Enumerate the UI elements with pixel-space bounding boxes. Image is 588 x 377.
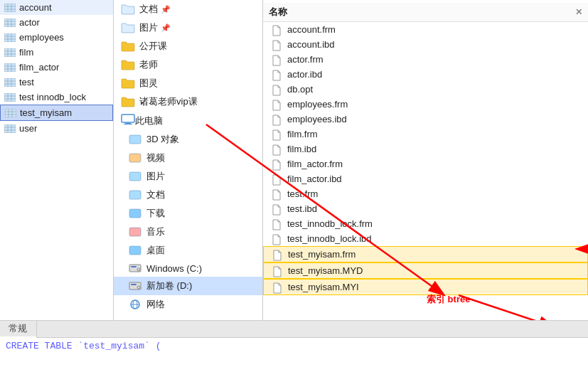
folder-icon — [121, 41, 135, 52]
file-item-film-frm[interactable]: film.frm — [263, 127, 588, 142]
svg-rect-50 — [129, 172, 141, 181]
pc-item-文档[interactable]: 文档 — [114, 186, 262, 204]
file-item-film-ibd[interactable]: film.ibd — [263, 142, 588, 156]
sql-content: CREATE TABLE `test_myisam` ( — [0, 338, 588, 377]
file-item-db-opt[interactable]: db.opt — [263, 82, 588, 97]
quick-access-list: 文档📌 图片📌 公开课 老师 图灵 诸葛老师vip课 — [114, 0, 262, 111]
pc-item-新加卷-(D:)[interactable]: 新加卷 (D:) — [114, 277, 262, 295]
bottom-panel: 常规DDL CREATE TABLE `test_myisam` ( — [0, 320, 588, 377]
svg-rect-53 — [129, 228, 141, 236]
file-name-label: test_myisam.MYD — [288, 265, 363, 276]
table-icon — [4, 18, 16, 27]
folder-icon — [121, 59, 135, 70]
pc-item-label: Windows (C:) — [146, 263, 202, 274]
table-name-label: film — [19, 47, 33, 58]
drive-icon — [128, 226, 142, 238]
table-icon — [4, 63, 16, 72]
drive-icon — [128, 245, 142, 256]
svg-rect-5 — [4, 18, 16, 27]
file-list: account.frm account.ibd actor.frm actor.… — [263, 22, 588, 295]
file-name-label: test_innodb_lock.ibd — [287, 233, 372, 244]
file-item-test_myisam-frm[interactable]: test_myisam.frm — [263, 246, 588, 262]
file-icon — [272, 234, 282, 244]
svg-rect-56 — [131, 266, 137, 267]
file-icon — [272, 129, 282, 139]
file-name-label: account.ibd — [287, 39, 335, 50]
svg-rect-10 — [4, 33, 16, 42]
file-item-account-frm[interactable]: account.frm — [263, 22, 588, 37]
file-item-actor-frm[interactable]: actor.frm — [263, 52, 588, 67]
file-name-label: film_actor.ibd — [287, 174, 342, 184]
quick-access-item-公开课[interactable]: 公开课 — [114, 37, 262, 55]
drive-icon — [128, 134, 142, 145]
pc-item-桌面[interactable]: 桌面 — [114, 241, 262, 260]
table-item-film_actor[interactable]: film_actor — [0, 60, 113, 75]
file-icon — [272, 85, 282, 95]
table-item-test_myisam[interactable]: test_myisam — [0, 105, 113, 121]
file-name-label: db.opt — [287, 84, 313, 95]
table-item-test-innodb_lock[interactable]: test innodb_lock — [0, 90, 113, 105]
pc-item-3D-对象[interactable]: 3D 对象 — [114, 130, 262, 149]
quick-access-item-老师[interactable]: 老师 — [114, 55, 262, 74]
file-item-test_myisam-MYD[interactable]: test_myisam.MYD — [263, 262, 588, 279]
file-icon — [272, 115, 282, 124]
file-item-test_innodb_lock-frm[interactable]: test_innodb_lock.frm — [263, 216, 588, 231]
table-item-actor[interactable]: actor — [0, 15, 113, 30]
quick-access-item-图片[interactable]: 图片📌 — [114, 18, 262, 37]
file-list-header: 名称 ✕ — [263, 3, 588, 22]
pc-item-Windows-(C:)[interactable]: Windows (C:) — [114, 260, 262, 277]
quick-access-item-图灵[interactable]: 图灵 — [114, 74, 262, 92]
table-item-user[interactable]: user — [0, 121, 113, 136]
file-name-label: employees.ibd — [287, 114, 347, 124]
pc-item-label: 下载 — [146, 207, 165, 220]
drive-icon — [128, 152, 142, 164]
file-item-test-ibd[interactable]: test.ibd — [263, 201, 588, 216]
table-list: account actor employees film film_actor … — [0, 0, 113, 136]
table-name-label: film_actor — [19, 62, 59, 73]
item-label: 图灵 — [139, 77, 158, 90]
folder-icon — [121, 4, 135, 15]
file-item-employees-frm[interactable]: employees.frm — [263, 97, 588, 112]
quick-access-item-文档[interactable]: 文档📌 — [114, 0, 262, 18]
file-item-test_myisam-MYI[interactable]: test_myisam.MYI — [263, 279, 588, 295]
file-item-account-ibd[interactable]: account.ibd — [263, 37, 588, 52]
file-item-test-frm[interactable]: test.frm — [263, 186, 588, 201]
svg-rect-40 — [4, 124, 16, 133]
file-icon — [272, 204, 282, 214]
pc-item-图片[interactable]: 图片 — [114, 167, 262, 186]
this-pc-header[interactable]: 此电脑 — [114, 111, 262, 130]
file-item-film_actor-ibd[interactable]: film_actor.ibd — [263, 171, 588, 186]
file-item-employees-ibd[interactable]: employees.ibd — [263, 112, 588, 127]
file-icon — [272, 40, 282, 50]
pc-item-label: 网络 — [146, 298, 165, 311]
table-item-film[interactable]: film — [0, 45, 113, 60]
svg-rect-49 — [129, 154, 141, 162]
pc-item-音乐[interactable]: 音乐 — [114, 223, 262, 241]
table-item-account[interactable]: account — [0, 0, 113, 15]
table-name-label: actor — [19, 17, 40, 28]
file-item-film_actor-frm[interactable]: film_actor.frm — [263, 156, 588, 171]
file-item-test_innodb_lock-ibd[interactable]: test_innodb_lock.ibd — [263, 231, 588, 246]
pc-item-下载[interactable]: 下载 — [114, 204, 262, 223]
table-icon — [4, 93, 16, 102]
file-name-label: test.frm — [287, 188, 318, 199]
file-icon — [272, 144, 282, 154]
drive-icon — [128, 171, 142, 182]
pc-item-视频[interactable]: 视频 — [114, 149, 262, 167]
computer-icon — [121, 114, 135, 127]
table-item-test[interactable]: test — [0, 75, 113, 90]
file-icon — [272, 25, 282, 35]
drive-icon — [128, 299, 142, 310]
table-item-employees[interactable]: employees — [0, 30, 113, 45]
pc-item-网络[interactable]: 网络 — [114, 295, 262, 314]
tab-常规[interactable]: 常规 — [0, 321, 37, 336]
table-icon — [4, 48, 16, 57]
quick-access-item-诸葛老师vip课[interactable]: 诸葛老师vip课 — [114, 92, 262, 111]
folder-icon — [121, 78, 135, 89]
file-item-actor-ibd[interactable]: actor.ibd — [263, 67, 588, 82]
table-name-label: user — [19, 123, 37, 134]
file-icon — [272, 189, 282, 199]
file-icon — [272, 282, 282, 292]
pc-item-label: 文档 — [146, 188, 165, 201]
sql-text: CREATE TABLE `test_myisam` ( — [6, 341, 161, 351]
